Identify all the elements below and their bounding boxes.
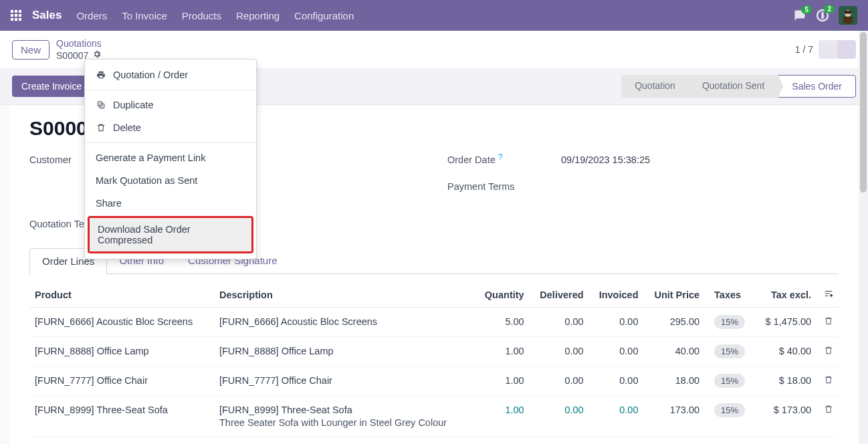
dd-separator	[85, 142, 256, 143]
create-invoice-button[interactable]: Create Invoice	[12, 76, 91, 97]
col-taxes[interactable]: Taxes	[705, 282, 754, 308]
cell-invoiced[interactable]: 0.00	[589, 366, 644, 396]
svg-rect-3	[843, 17, 853, 23]
app-brand[interactable]: Sales	[32, 9, 62, 22]
cell-quantity[interactable]: 5.00	[475, 308, 530, 337]
cell-description[interactable]: [FURN_6666] Acoustic Bloc Screens	[214, 308, 475, 337]
order-date-label: Order Date	[447, 154, 496, 165]
messaging-icon[interactable]: 5	[793, 9, 806, 21]
cell-taxes[interactable]: 15%	[705, 396, 754, 437]
col-tax-excl[interactable]: Tax excl.	[755, 282, 817, 308]
cell-quantity[interactable]: 1.00	[475, 396, 530, 437]
cell-description[interactable]: [FURN_8888] Office Lamp	[214, 337, 475, 366]
table-row[interactable]: [FURN_6666] Acoustic Bloc Screens[FURN_6…	[29, 308, 839, 337]
user-avatar[interactable]	[839, 6, 857, 25]
dd-print-quotation[interactable]: Quotation / Order	[85, 64, 256, 86]
cell-delete[interactable]	[817, 337, 839, 366]
col-product[interactable]: Product	[29, 282, 214, 308]
col-quantity[interactable]: Quantity	[475, 282, 530, 308]
dd-highlight-frame: Download Sale Order Compressed	[88, 216, 253, 253]
help-icon[interactable]: ?	[498, 152, 503, 162]
col-unit-price[interactable]: Unit Price	[644, 282, 706, 308]
cell-delivered[interactable]: 0.00	[530, 396, 589, 437]
col-delivered[interactable]: Delivered	[530, 282, 589, 308]
cell-product[interactable]: [FURN_6666] Acoustic Bloc Screens	[29, 308, 214, 337]
cell-tax-excl[interactable]: $ 1,475.00	[755, 308, 817, 337]
nav-item-configuration[interactable]: Configuration	[294, 10, 354, 21]
table-row[interactable]: [FURN_7777] Office Chair[FURN_7777] Offi…	[29, 366, 839, 396]
payment-terms-label: Payment Terms	[447, 181, 561, 192]
dd-generate-payment-link[interactable]: Generate a Payment Link	[85, 146, 256, 169]
nav-item-products[interactable]: Products	[182, 10, 221, 21]
breadcrumb-quotations[interactable]: Quotations	[56, 37, 102, 49]
order-date-value[interactable]: 09/19/2023 15:38:25	[561, 154, 650, 165]
dd-mark-sent[interactable]: Mark Quotation as Sent	[85, 169, 256, 192]
nav-item-reporting[interactable]: Reporting	[236, 10, 280, 21]
col-settings-icon[interactable]	[817, 282, 839, 308]
cell-delete[interactable]	[817, 308, 839, 337]
nav-item-to-invoice[interactable]: To Invoice	[122, 10, 167, 21]
cell-quantity[interactable]: 1.00	[475, 366, 530, 396]
cell-tax-excl[interactable]: $ 18.00	[755, 366, 817, 396]
dd-duplicate-label: Duplicate	[113, 100, 153, 110]
cell-unit-price[interactable]: 40.00	[644, 337, 706, 366]
dd-duplicate[interactable]: Duplicate	[85, 94, 256, 116]
dd-gen-link-label: Generate a Payment Link	[96, 152, 205, 163]
dd-share-label: Share	[96, 198, 122, 209]
trash-icon	[824, 317, 833, 328]
activities-count: 2	[824, 5, 835, 13]
cell-product[interactable]: [FURN_7777] Office Chair	[29, 366, 214, 396]
nav-item-orders[interactable]: Orders	[76, 10, 107, 21]
col-invoiced[interactable]: Invoiced	[589, 282, 644, 308]
cell-tax-excl[interactable]: $ 40.00	[755, 337, 817, 366]
pager-prev-button[interactable]	[819, 40, 837, 59]
trash-icon	[824, 346, 833, 357]
table-row[interactable]: [FURN_8888] Office Lamp[FURN_8888] Offic…	[29, 337, 839, 366]
cell-taxes[interactable]: 15%	[705, 337, 754, 366]
cell-taxes[interactable]: 15%	[705, 366, 754, 396]
scrollbar-thumb[interactable]	[860, 32, 867, 193]
dd-print-label: Quotation / Order	[113, 70, 188, 80]
status-sales-order[interactable]: Sales Order	[778, 75, 856, 98]
cell-description[interactable]: [FURN_8999] Three-Seat SofaThree Seater …	[214, 396, 475, 437]
pager-next-button[interactable]	[837, 40, 856, 59]
scrollbar[interactable]	[859, 31, 868, 444]
cell-tax-excl[interactable]: $ 173.00	[755, 396, 817, 437]
trash-icon	[96, 123, 106, 132]
cell-quantity[interactable]: 1.00	[475, 337, 530, 366]
cell-product[interactable]: [FURN_8888] Office Lamp	[29, 337, 214, 366]
status-quotation-sent[interactable]: Quotation Sent	[689, 75, 778, 98]
gear-dropdown: Quotation / Order Duplicate Delete Gener…	[84, 59, 257, 259]
messaging-count: 5	[801, 5, 812, 14]
cell-delivered[interactable]: 0.00	[530, 308, 589, 337]
table-row[interactable]: [FURN_8999] Three-Seat Sofa[FURN_8999] T…	[29, 396, 839, 437]
dd-share[interactable]: Share	[85, 192, 256, 215]
cell-product[interactable]: [FURN_8999] Three-Seat Sofa	[29, 396, 214, 437]
col-description[interactable]: Description	[214, 282, 475, 308]
new-button[interactable]: New	[12, 40, 49, 60]
cell-delivered[interactable]: 0.00	[530, 337, 589, 366]
order-lines-table: Product Description Quantity Delivered I…	[29, 282, 839, 437]
cell-delivered[interactable]: 0.00	[530, 366, 589, 396]
cell-description[interactable]: [FURN_7777] Office Chair	[214, 366, 475, 396]
pager: 1 / 7	[795, 40, 856, 59]
cell-invoiced[interactable]: 0.00	[589, 396, 644, 437]
apps-icon[interactable]	[11, 10, 21, 21]
status-quotation[interactable]: Quotation	[621, 75, 689, 98]
cell-invoiced[interactable]: 0.00	[589, 308, 644, 337]
dd-delete[interactable]: Delete	[85, 116, 256, 139]
trash-icon	[824, 376, 833, 386]
cell-taxes[interactable]: 15%	[705, 308, 754, 337]
activities-icon[interactable]: 2	[816, 9, 829, 22]
dd-delete-label: Delete	[113, 122, 141, 133]
cell-unit-price[interactable]: 173.00	[644, 396, 706, 437]
dd-download-compressed[interactable]: Download Sale Order Compressed	[90, 218, 251, 251]
breadcrumb-current: S00007	[56, 49, 88, 62]
dd-download-label: Download Sale Order Compressed	[98, 224, 243, 245]
dd-separator	[85, 90, 256, 90]
cell-unit-price[interactable]: 18.00	[644, 366, 706, 396]
cell-invoiced[interactable]: 0.00	[589, 337, 644, 366]
cell-delete[interactable]	[817, 396, 839, 437]
cell-unit-price[interactable]: 295.00	[644, 308, 706, 337]
cell-delete[interactable]	[817, 366, 839, 396]
